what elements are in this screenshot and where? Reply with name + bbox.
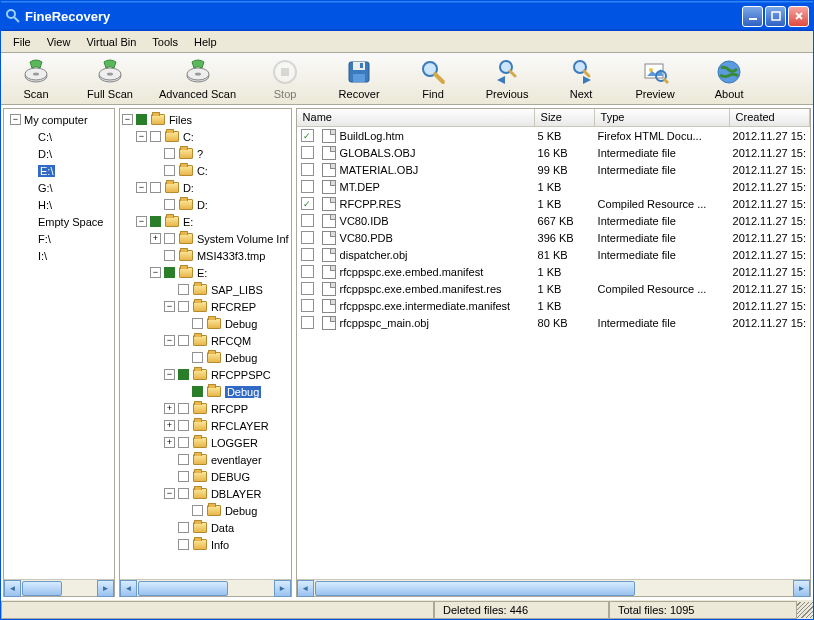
folder-item[interactable]: C: (122, 162, 289, 179)
col-name[interactable]: Name (297, 109, 535, 126)
minimize-button[interactable] (742, 6, 763, 27)
checkbox[interactable] (150, 182, 161, 193)
tree-root[interactable]: −My computer (6, 111, 112, 128)
list-row[interactable]: MT.DEP1 KB2012.11.27 15: (297, 178, 810, 195)
tool-scan[interactable]: Scan (11, 58, 61, 100)
folder-item[interactable]: −E: (122, 264, 289, 281)
scroll-thumb[interactable] (138, 581, 228, 596)
checkbox[interactable] (301, 316, 314, 329)
checkbox[interactable] (192, 386, 203, 397)
tool-advscan[interactable]: Advanced Scan (159, 58, 236, 100)
col-size[interactable]: Size (535, 109, 595, 126)
checkbox[interactable] (301, 265, 314, 278)
checkbox[interactable] (301, 180, 314, 193)
list-row[interactable]: rfcppspc.exe.embed.manifest.res1 KBCompi… (297, 280, 810, 297)
toggle-icon[interactable]: − (122, 114, 133, 125)
folder-item[interactable]: Info (122, 536, 289, 553)
list-row[interactable]: rfcppspc.exe.intermediate.manifest1 KB20… (297, 297, 810, 314)
tool-recover[interactable]: Recover (334, 58, 384, 100)
checkbox[interactable] (178, 488, 189, 499)
folder-item[interactable]: MSI433f3.tmp (122, 247, 289, 264)
checkbox[interactable] (178, 369, 189, 380)
scroll-left-icon[interactable]: ◄ (297, 580, 314, 597)
scroll-right-icon[interactable]: ► (97, 580, 114, 597)
list-row[interactable]: ✓RFCPP.RES1 KBCompiled Resource ...2012.… (297, 195, 810, 212)
toggle-icon[interactable]: + (164, 437, 175, 448)
list-row[interactable]: dispatcher.obj81 KBIntermediate file2012… (297, 246, 810, 263)
list-row[interactable]: MATERIAL.OBJ99 KBIntermediate file2012.1… (297, 161, 810, 178)
collapse-icon[interactable]: − (10, 114, 21, 125)
list-row[interactable]: VC80.IDB667 KBIntermediate file2012.11.2… (297, 212, 810, 229)
folder-item[interactable]: Debug (122, 349, 289, 366)
drive-item[interactable]: F:\ (6, 230, 112, 247)
folder-item[interactable]: +RFCPP (122, 400, 289, 417)
scroll-right-icon[interactable]: ► (793, 580, 810, 597)
folder-item[interactable]: +RFCLAYER (122, 417, 289, 434)
folder-item[interactable]: −D: (122, 179, 289, 196)
toggle-icon[interactable]: − (136, 131, 147, 142)
drive-item[interactable]: Empty Space (6, 213, 112, 230)
menu-tools[interactable]: Tools (144, 34, 186, 50)
menu-view[interactable]: View (39, 34, 79, 50)
folder-item[interactable]: −RFCQM (122, 332, 289, 349)
tool-next[interactable]: Next (556, 58, 606, 100)
scrollbar[interactable]: ◄ ► (120, 579, 291, 596)
drive-item[interactable]: I:\ (6, 247, 112, 264)
toggle-icon[interactable]: + (150, 233, 161, 244)
toggle-icon[interactable]: − (164, 369, 175, 380)
scroll-left-icon[interactable]: ◄ (4, 580, 21, 597)
folder-item[interactable]: −Files (122, 111, 289, 128)
checkbox[interactable] (164, 148, 175, 159)
scrollbar[interactable]: ◄ ► (297, 579, 810, 596)
checkbox[interactable] (178, 437, 189, 448)
list-row[interactable]: rfcppspc.exe.embed.manifest1 KB2012.11.2… (297, 263, 810, 280)
checkbox[interactable] (192, 318, 203, 329)
checkbox[interactable] (192, 352, 203, 363)
checkbox[interactable] (178, 403, 189, 414)
list-row[interactable]: VC80.PDB396 KBIntermediate file2012.11.2… (297, 229, 810, 246)
checkbox[interactable]: ✓ (301, 197, 314, 210)
checkbox[interactable]: ✓ (301, 129, 314, 142)
list-row[interactable]: rfcppspc_main.obj80 KBIntermediate file2… (297, 314, 810, 331)
folder-item[interactable]: Data (122, 519, 289, 536)
checkbox[interactable] (178, 539, 189, 550)
checkbox[interactable] (164, 233, 175, 244)
folder-item[interactable]: +LOGGER (122, 434, 289, 451)
menu-virtual-bin[interactable]: Virtual Bin (78, 34, 144, 50)
menu-file[interactable]: File (5, 34, 39, 50)
close-button[interactable] (788, 6, 809, 27)
folder-item[interactable]: Debug (122, 383, 289, 400)
maximize-button[interactable] (765, 6, 786, 27)
checkbox[interactable] (178, 420, 189, 431)
folder-item[interactable]: −RFCREP (122, 298, 289, 315)
toggle-icon[interactable]: − (150, 267, 161, 278)
tool-previous[interactable]: Previous (482, 58, 532, 100)
folder-item[interactable]: −DBLAYER (122, 485, 289, 502)
drive-item[interactable]: H:\ (6, 196, 112, 213)
folder-item[interactable]: ? (122, 145, 289, 162)
checkbox[interactable] (301, 248, 314, 261)
toggle-icon[interactable]: + (164, 420, 175, 431)
drive-item[interactable]: D:\ (6, 145, 112, 162)
drive-item[interactable]: G:\ (6, 179, 112, 196)
scrollbar[interactable]: ◄ ► (4, 579, 114, 596)
folder-item[interactable]: Debug (122, 502, 289, 519)
list-row[interactable]: GLOBALS.OBJ16 KBIntermediate file2012.11… (297, 144, 810, 161)
scroll-right-icon[interactable]: ► (274, 580, 291, 597)
checkbox[interactable] (178, 335, 189, 346)
checkbox[interactable] (178, 284, 189, 295)
scroll-thumb[interactable] (22, 581, 62, 596)
checkbox[interactable] (178, 301, 189, 312)
folder-item[interactable]: SAP_LIBS (122, 281, 289, 298)
toggle-icon[interactable]: − (136, 182, 147, 193)
col-type[interactable]: Type (595, 109, 730, 126)
drive-item[interactable]: E:\ (6, 162, 112, 179)
folder-item[interactable]: +System Volume Inf (122, 230, 289, 247)
folder-item[interactable]: −RFCPPSPC (122, 366, 289, 383)
tool-preview[interactable]: Preview (630, 58, 680, 100)
tool-about[interactable]: About (704, 58, 754, 100)
checkbox[interactable] (164, 267, 175, 278)
checkbox[interactable] (164, 199, 175, 210)
scroll-thumb[interactable] (315, 581, 635, 596)
toggle-icon[interactable]: + (164, 403, 175, 414)
